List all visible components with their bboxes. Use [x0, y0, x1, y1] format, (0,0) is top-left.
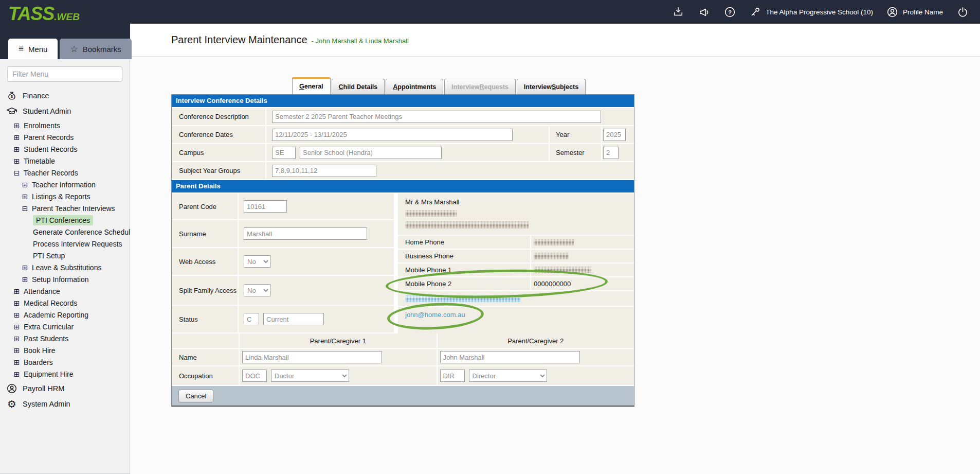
sidebar-item-attendance[interactable]: ⊞Attendance — [0, 285, 130, 297]
sidebar-item-student-admin[interactable]: Student Admin — [0, 104, 130, 118]
sidebar-item-label: Teacher Records — [24, 169, 78, 177]
bookmarks-tab[interactable]: ☆ Bookmarks — [60, 39, 131, 59]
expander-plus-icon[interactable]: ⊞ — [13, 335, 20, 343]
tab-appointments[interactable]: Appointments — [386, 79, 443, 94]
sidebar-item-student-records[interactable]: ⊞Student Records — [0, 143, 130, 155]
expander-plus-icon[interactable]: ⊞ — [22, 275, 28, 284]
caregiver-header-spacer — [172, 333, 239, 348]
sidebar-item-book-hire[interactable]: ⊞Book Hire — [0, 344, 130, 356]
web-access-select[interactable]: No — [244, 255, 270, 268]
expander-plus-icon[interactable]: ⊞ — [22, 264, 28, 272]
semester-input[interactable] — [603, 147, 619, 159]
expander-plus-icon[interactable]: ⊞ — [13, 358, 20, 366]
sidebar-item-leave-substitutions[interactable]: ⊞Leave & Substitutions — [0, 261, 130, 273]
expander-plus-icon[interactable]: ⊞ — [13, 370, 20, 378]
top-bar: ? The Alpha Progressive School (10) Prof… — [0, 0, 980, 24]
sidebar-item-equipment-hire[interactable]: ⊞Equipment Hire — [0, 368, 130, 380]
expander-plus-icon[interactable]: ⊞ — [13, 145, 20, 153]
expander-plus-icon[interactable]: ⊞ — [13, 311, 20, 319]
expander-plus-icon[interactable]: ⊞ — [22, 181, 28, 189]
money-bag-icon: $ — [5, 90, 19, 101]
sidebar-item-teacher-information[interactable]: ⊞Teacher Information — [0, 179, 130, 190]
split-family-access-select[interactable]: No — [244, 284, 270, 296]
logout-power-icon[interactable] — [956, 6, 969, 18]
caregiver1-name-input[interactable] — [242, 351, 382, 363]
redacted-email-link — [405, 295, 521, 302]
sidebar-item-label: Medical Records — [24, 299, 77, 307]
star-icon: ☆ — [70, 44, 78, 55]
caregiver1-occupation-code-input[interactable] — [242, 370, 267, 382]
profile-icon — [886, 6, 899, 18]
caregiver2-occupation-select[interactable]: Director — [469, 370, 547, 382]
school-switcher[interactable]: The Alpha Progressive School (10) — [749, 6, 873, 18]
parent-email-link[interactable]: john@home.com.au — [405, 311, 465, 319]
sidebar-item-timetable[interactable]: ⊞Timetable — [0, 155, 130, 167]
caregiver-name-label: Name — [179, 354, 197, 361]
expander-plus-icon[interactable]: ⊞ — [13, 323, 20, 331]
sidebar-item-parent-records[interactable]: ⊞Parent Records — [0, 131, 130, 143]
download-icon[interactable] — [672, 6, 684, 18]
campus-code-input[interactable] — [272, 147, 296, 159]
sidebar-item-listings-reports[interactable]: ⊞Listings & Reports — [0, 190, 130, 202]
logo-text-web: .WEB — [54, 11, 80, 22]
tab-general[interactable]: General — [292, 77, 331, 94]
sidebar-item-teacher-records[interactable]: ⊟Teacher Records — [0, 167, 130, 179]
sidebar-item-setup-information[interactable]: ⊞Setup Information — [0, 273, 130, 285]
sidebar-item-academic-reporting[interactable]: ⊞Academic Reporting — [0, 309, 130, 321]
sidebar-item-generate-conference-schedule[interactable]: Generate Conference Schedule — [0, 226, 130, 238]
sidebar-item-boarders[interactable]: ⊞Boarders — [0, 356, 130, 368]
profile-menu[interactable]: Profile Name — [886, 6, 943, 18]
expander-plus-icon[interactable]: ⊞ — [13, 157, 20, 165]
sidebar-item-process-interview-requests[interactable]: Process Interview Requests — [0, 238, 130, 250]
tab-strip: GeneralChild DetailsAppointmentsIntervie… — [292, 77, 634, 94]
mobile-phone-2-value: 0000000000 — [534, 280, 571, 288]
profile-name: Profile Name — [903, 8, 943, 16]
sidebar-item-label: Timetable — [24, 157, 55, 165]
surname-input[interactable] — [244, 227, 367, 240]
status-value-input[interactable] — [263, 313, 324, 325]
menu-tab[interactable]: ≡ Menu — [8, 39, 58, 59]
form-footer: Cancel — [172, 386, 634, 406]
expander-plus-icon[interactable]: ⊞ — [13, 346, 20, 355]
mobile-phone-2-label: Mobile Phone 2 — [405, 280, 451, 288]
mobile-phone-1-label: Mobile Phone 1 — [405, 266, 451, 274]
sidebar-item-label: Book Hire — [24, 346, 55, 355]
sidebar-item-enrolments[interactable]: ⊞Enrolments — [0, 119, 130, 131]
campus-name-input[interactable] — [300, 147, 442, 159]
business-phone-label: Business Phone — [405, 252, 453, 260]
graduation-cap-icon — [5, 106, 19, 117]
tass-web-logo[interactable]: TASS.WEB — [8, 3, 80, 25]
parent-code-input[interactable] — [244, 200, 287, 213]
conference-description-input[interactable] — [272, 111, 601, 123]
subject-year-groups-input[interactable] — [272, 165, 376, 177]
sidebar-item-past-students[interactable]: ⊞Past Students — [0, 332, 130, 344]
sidebar-item-pti-conferences[interactable]: PTI Conferences — [0, 214, 130, 226]
sidebar-item-pti-setup[interactable]: PTI Setup — [0, 250, 130, 261]
sidebar-item-label: Payroll HRM — [23, 384, 64, 393]
year-input[interactable] — [603, 129, 626, 141]
sidebar-item-medical-records[interactable]: ⊞Medical Records — [0, 297, 130, 309]
sidebar-item-system-admin[interactable]: ⚙System Admin — [0, 397, 130, 411]
tab-child-details[interactable]: Child Details — [332, 79, 385, 94]
conference-dates-input[interactable] — [272, 129, 513, 141]
caregiver1-occupation-select[interactable]: Doctor — [271, 370, 349, 382]
tab-interview-subjects[interactable]: Interview Subjects — [517, 79, 586, 94]
expander-plus-icon[interactable]: ⊞ — [22, 192, 28, 201]
expander-minus-icon[interactable]: ⊟ — [22, 204, 28, 213]
expander-plus-icon[interactable]: ⊞ — [13, 287, 20, 295]
sidebar-item-payroll-hrm[interactable]: Payroll HRM — [0, 381, 130, 395]
sidebar-item-extra-curricular[interactable]: ⊞Extra Curricular — [0, 321, 130, 332]
caregiver2-occupation-code-input[interactable] — [440, 370, 465, 382]
caregiver2-name-input[interactable] — [440, 351, 580, 363]
sidebar-item-parent-teacher-interviews[interactable]: ⊟Parent Teacher Interviews — [0, 202, 130, 214]
expander-plus-icon[interactable]: ⊞ — [13, 133, 20, 142]
sidebar-item-finance[interactable]: $Finance — [0, 89, 130, 102]
expander-plus-icon[interactable]: ⊞ — [13, 299, 20, 307]
status-code-input[interactable] — [244, 313, 259, 325]
help-icon[interactable]: ? — [723, 6, 736, 18]
filter-menu-input[interactable] — [7, 66, 122, 82]
cancel-button[interactable]: Cancel — [178, 390, 213, 402]
expander-minus-icon[interactable]: ⊟ — [13, 169, 20, 177]
announcements-megaphone-icon[interactable] — [698, 6, 710, 18]
expander-plus-icon[interactable]: ⊞ — [13, 121, 20, 130]
